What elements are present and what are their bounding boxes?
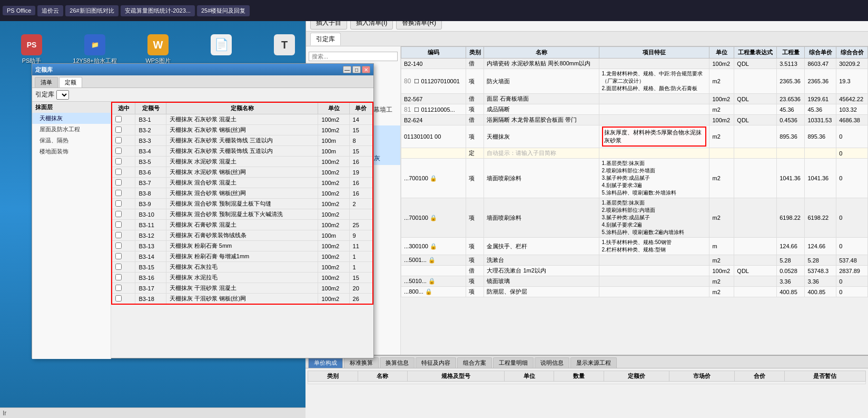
taskbar-btn-ps[interactable]: PS Office xyxy=(3,6,35,15)
popup-table-row[interactable]: B3-8 天棚抹灰 混合砂浆 钢板(丝)网 100m2 16 xyxy=(112,188,373,199)
table-row[interactable]: ...5010... 🔒 项 镜面玻璃 m2 3.36 3.36 0 xyxy=(401,276,868,287)
popup-table-row[interactable]: B3-10 天棚抹灰 混合砂浆 预制混凝土板下火碱清洗 100m2 xyxy=(112,209,373,220)
taskbar-btn-suanliang[interactable]: 安疏算量图纸统计-2023... xyxy=(121,5,195,16)
sub-tabs-row: 引定库 xyxy=(306,32,868,46)
popup-close-btn[interactable]: ✕ xyxy=(362,66,370,73)
popup-cell-name: 天棚抹灰 石灰砂浆 天棚装饰线 五道以内 xyxy=(166,146,318,157)
popup-cell-price: 14 xyxy=(349,114,373,125)
popup-sidebar-item-roof[interactable]: 屋面及防水工程 xyxy=(32,124,111,135)
cell-total: 45642.22 xyxy=(836,94,868,104)
cell-qty xyxy=(777,148,805,159)
popup-table-row[interactable]: B3-9 天棚抹灰 混合砂浆 预制混凝土板下勾缝 100m2 2 xyxy=(112,199,373,209)
cell-formula xyxy=(734,255,777,266)
table-row[interactable]: ...300100 🔒 项 金属扶手、栏杆 1.扶手材料种类、规格:50钢管2.… xyxy=(401,238,868,255)
popup-cell-id: B3-1 xyxy=(135,114,166,125)
popup-row-checkbox[interactable] xyxy=(115,211,122,217)
table-row-highlight[interactable]: 011301001 00 项 天棚抹灰 抹灰厚度、材料种类:5厚聚合物水泥抹灰砂… xyxy=(401,125,868,148)
popup-row-checkbox[interactable] xyxy=(115,179,122,186)
popup-row-checkbox[interactable] xyxy=(115,285,122,291)
table-row[interactable]: ...5001... 🔒 项 洗漱台 m2 5.28 5.28 537.48 xyxy=(401,255,868,266)
table-row[interactable]: B2-567 借 面层 石膏板墙面 100m2 QDL 23.6536 1929… xyxy=(401,94,868,104)
desktop-icon-ps[interactable]: PS PS助手 xyxy=(5,32,58,67)
table-row[interactable]: 定 自动提示：请输入子目简称 0 xyxy=(401,148,868,159)
popup-table-row[interactable]: B3-18 天棚抹灰 干混砂浆 钢板(丝)网 100m2 26 xyxy=(112,294,373,305)
popup-row-checkbox[interactable] xyxy=(115,190,122,196)
popup-cell-name: 天棚抹灰 粉刷石膏 5mm xyxy=(166,241,318,251)
popup-table-row[interactable]: B3-17 天棚抹灰 干混砂浆 混凝土 100m2 20 xyxy=(112,283,373,294)
sidebar-search-input[interactable] xyxy=(309,52,398,61)
desktop-icon-wps[interactable]: W WPS图片 xyxy=(132,32,184,67)
bottom-tab-unit-price[interactable]: 单价构成 xyxy=(308,357,343,368)
popup-table-row[interactable]: B3-12 天棚抹灰 石膏砂浆装饰绒线条 100m 9 xyxy=(112,230,373,241)
table-row[interactable]: 借 大理石洗漱台 1m2以内 100m2 QDL 0.0528 53748.3 … xyxy=(401,266,868,276)
popup-sidebar-item-insul[interactable]: 保温、隔热 xyxy=(32,135,111,146)
popup-table-row[interactable]: B3-6 天棚抹灰 水泥砂浆 钢板(丝)网 100m2 19 xyxy=(112,167,373,178)
popup-cell-price: 2 xyxy=(349,199,373,209)
popup-row-checkbox[interactable] xyxy=(115,158,122,164)
popup-row-checkbox[interactable] xyxy=(115,274,122,280)
desktop: PS Office 追价云 26#新旧图纸对比 安疏算量图纸统计-2023...… xyxy=(0,0,868,418)
popup-table-row[interactable]: B3-14 天棚抹灰 粉刷石膏 每增减1mm 100m2 1 xyxy=(112,251,373,262)
popup-row-checkbox[interactable] xyxy=(115,200,122,207)
table-row[interactable]: ...700100 🔒 项 墙面喷刷涂料 1.基层类型:抹灰面2.喷刷涂料部位:… xyxy=(401,159,868,198)
popup-filter-select[interactable] xyxy=(56,90,69,100)
desktop-icon-12ys[interactable]: 📁 12YS8+抬水工程 xyxy=(68,32,121,67)
table-row[interactable]: B2-140 借 内墙瓷砖 水泥砂浆粘贴 周长800mm以内 100m2 QDL… xyxy=(401,59,868,69)
table-row[interactable]: 81 ☐ 011210005... 项 成品隔断 m2 45.36 45.36 … xyxy=(401,104,868,115)
popup-maximize-btn[interactable]: □ xyxy=(352,66,361,73)
popup-tab-dinge[interactable]: 定额 xyxy=(59,77,82,88)
bottom-tab-source[interactable]: 显示来源工程 xyxy=(570,357,617,368)
desktop-icon-doc1[interactable]: 📄 xyxy=(195,32,248,67)
popup-row-checkbox[interactable] xyxy=(115,137,122,143)
cell-qty: 895.36 xyxy=(777,125,805,148)
popup-row-checkbox[interactable] xyxy=(115,232,122,238)
popup-row-checkbox[interactable] xyxy=(115,253,122,259)
popup-table-row[interactable]: B3-2 天棚抹灰 石灰砂浆 钢板(丝)网 100m2 15 xyxy=(112,125,373,135)
bottom-tab-info[interactable]: 说明信息 xyxy=(535,357,569,368)
bottom-panel: 单价构成 标准换算 换算信息 特征及内容 组合方案 工程量明细 说明信息 显示来… xyxy=(305,355,868,418)
popup-table-row[interactable]: B3-1 天棚抹灰 石灰砂浆 混凝土 100m2 14 xyxy=(112,114,373,125)
popup-row-checkbox[interactable] xyxy=(115,148,122,154)
popup-table-row[interactable]: B3-15 天棚抹灰 石灰拉毛 100m2 1 xyxy=(112,262,373,273)
cell-feature xyxy=(599,276,709,287)
bottom-tab-standard[interactable]: 标准换算 xyxy=(344,357,379,368)
bottom-tab-convert[interactable]: 换算信息 xyxy=(380,357,415,368)
taskbar-btn-huifu[interactable]: 25#楼疑问及回复 xyxy=(197,5,250,16)
popup-table-row[interactable]: B3-3 天棚抹灰 石灰砂浆 天棚装饰线 三道以内 100m 8 xyxy=(112,135,373,146)
popup-row-checkbox[interactable] xyxy=(115,169,122,175)
table-row[interactable]: B2-624 借 浴厕隔断 木龙骨基层胶合板面 带门 100m2 QDL 0.4… xyxy=(401,115,868,125)
popup-table-row[interactable]: B3-5 天棚抹灰 水泥砂浆 混凝土 100m2 16 xyxy=(112,157,373,167)
bottom-tab-detail[interactable]: 工程量明细 xyxy=(493,357,534,368)
sub-tab-filter[interactable]: 引定库 xyxy=(310,33,341,45)
taskbar-btn-jia[interactable]: 追价云 xyxy=(37,5,63,16)
bottom-tab-combo[interactable]: 组合方案 xyxy=(457,357,492,368)
table-row[interactable]: 80 ☐ 011207010001 项 防火墙面 1.龙骨材料种类、规格、中距:… xyxy=(401,69,868,94)
popup-row-checkbox[interactable] xyxy=(115,127,122,133)
taskbar-btn-tujing[interactable]: 26#新旧图纸对比 xyxy=(65,5,118,16)
popup-row-checkbox[interactable] xyxy=(115,295,122,302)
cell-type: 项 xyxy=(466,276,484,287)
popup-table-row[interactable]: B3-7 天棚抹灰 混合砂浆 混凝土 100m2 16 xyxy=(112,178,373,188)
popup-table-row[interactable]: B3-11 天棚抹灰 石膏砂浆 混凝土 100m2 25 xyxy=(112,220,373,230)
table-row[interactable]: ...800... 🔒 项 防潮层、保护层 m2 400.85 400.85 0 xyxy=(401,287,868,297)
desktop-icon-t[interactable]: T xyxy=(258,32,311,67)
popup-row-checkbox[interactable] xyxy=(115,242,122,249)
popup-cell-price: 16 xyxy=(349,178,373,188)
cell-qty: 124.66 xyxy=(777,238,805,255)
popup-tab-qingdan[interactable]: 清单 xyxy=(35,77,58,88)
popup-minimize-btn[interactable]: — xyxy=(343,66,351,73)
popup-sidebar-item-active[interactable]: 天棚抹灰 xyxy=(32,113,111,124)
table-row[interactable]: ...700100 🔒 项 墙面喷刷涂料 1.基层类型:抹灰面2.喷刷涂料部位:… xyxy=(401,198,868,238)
cell-total: 0 xyxy=(836,276,868,287)
popup-row-checkbox[interactable] xyxy=(115,116,122,122)
popup-table-row[interactable]: B3-4 天棚抹灰 石灰砂浆 天棚装饰线 五道以内 100m 15 xyxy=(112,146,373,157)
cell-code: ...300100 🔒 xyxy=(401,238,466,255)
popup-sidebar-item-floor2[interactable]: 楼地面装饰 xyxy=(32,146,111,157)
popup-table-row[interactable]: B3-16 天棚抹灰 水泥拉毛 100m2 15 xyxy=(112,273,373,283)
popup-cell-id: B3-12 xyxy=(135,230,166,241)
popup-row-checkbox[interactable] xyxy=(115,221,122,228)
popup-table-row[interactable]: B3-13 天棚抹灰 粉刷石膏 5mm 100m2 11 xyxy=(112,241,373,251)
popup-row-checkbox[interactable] xyxy=(115,264,122,270)
popup-cell-name: 天棚抹灰 石灰砂浆 天棚装饰线 三道以内 xyxy=(166,135,318,146)
bottom-tab-feature[interactable]: 特征及内容 xyxy=(416,357,456,368)
